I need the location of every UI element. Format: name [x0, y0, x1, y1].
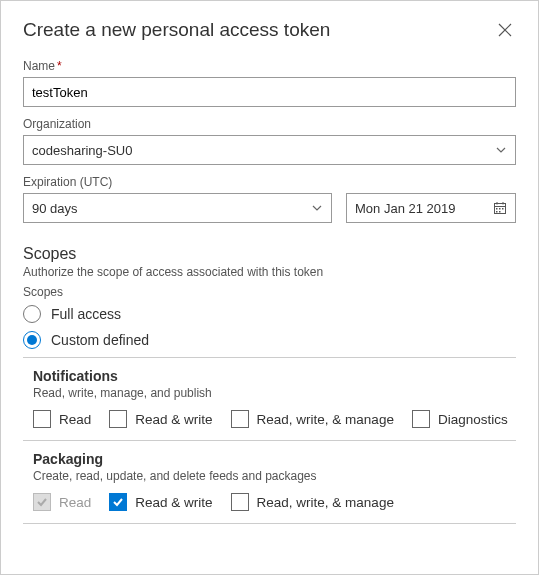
checkbox-icon: [109, 410, 127, 428]
scope-section-notifications: Notifications Read, write, manage, and p…: [23, 358, 516, 441]
expiration-duration-value: 90 days: [32, 201, 78, 216]
organization-value: codesharing-SU0: [32, 143, 132, 158]
checkbox-icon: [412, 410, 430, 428]
organization-select[interactable]: codesharing-SU0: [23, 135, 516, 165]
checkbox-notifications-diagnostics[interactable]: Diagnostics: [412, 410, 508, 428]
scope-desc: Read, write, manage, and publish: [33, 386, 516, 400]
check-icon: [36, 496, 48, 508]
dialog-title: Create a new personal access token: [23, 19, 330, 41]
checkbox-packaging-read-write[interactable]: Read & write: [109, 493, 212, 511]
svg-rect-8: [499, 211, 501, 213]
checkbox-icon: [33, 410, 51, 428]
scopes-scroll-area[interactable]: Notifications Read, write, manage, and p…: [23, 357, 516, 572]
scope-radio-full-access[interactable]: Full access: [23, 305, 516, 323]
expiration-date-picker[interactable]: Mon Jan 21 2019: [346, 193, 516, 223]
checkbox-icon: [231, 410, 249, 428]
scopes-sublabel: Scopes: [23, 285, 516, 299]
radio-icon: [23, 331, 41, 349]
expiration-date-value: Mon Jan 21 2019: [355, 201, 455, 216]
scope-section-packaging: Packaging Create, read, update, and dele…: [23, 441, 516, 524]
close-button[interactable]: [494, 19, 516, 41]
svg-rect-5: [499, 208, 501, 210]
svg-rect-7: [496, 211, 498, 213]
expiration-label: Expiration (UTC): [23, 175, 516, 189]
name-label: Name*: [23, 59, 516, 73]
check-icon: [112, 496, 124, 508]
radio-label-custom: Custom defined: [51, 332, 149, 348]
calendar-icon: [493, 201, 507, 215]
scopes-heading: Scopes: [23, 245, 516, 263]
close-icon: [498, 23, 512, 37]
name-input[interactable]: [23, 77, 516, 107]
checkbox-icon: [33, 493, 51, 511]
scope-title: Packaging: [33, 451, 516, 467]
expiration-duration-select[interactable]: 90 days: [23, 193, 332, 223]
svg-rect-4: [496, 208, 498, 210]
scope-desc: Create, read, update, and delete feeds a…: [33, 469, 516, 483]
checkbox-icon: [231, 493, 249, 511]
checkbox-packaging-read: Read: [33, 493, 91, 511]
checkbox-packaging-read-write-manage[interactable]: Read, write, & manage: [231, 493, 394, 511]
organization-label: Organization: [23, 117, 516, 131]
radio-label-full: Full access: [51, 306, 121, 322]
checkbox-notifications-read[interactable]: Read: [33, 410, 91, 428]
chevron-down-icon: [495, 144, 507, 156]
checkbox-notifications-read-write[interactable]: Read & write: [109, 410, 212, 428]
scopes-help-text: Authorize the scope of access associated…: [23, 265, 516, 279]
radio-icon: [23, 305, 41, 323]
scope-radio-custom-defined[interactable]: Custom defined: [23, 331, 516, 349]
checkbox-notifications-read-write-manage[interactable]: Read, write, & manage: [231, 410, 394, 428]
scope-title: Notifications: [33, 368, 516, 384]
checkbox-icon: [109, 493, 127, 511]
svg-rect-6: [502, 208, 504, 210]
chevron-down-icon: [311, 202, 323, 214]
